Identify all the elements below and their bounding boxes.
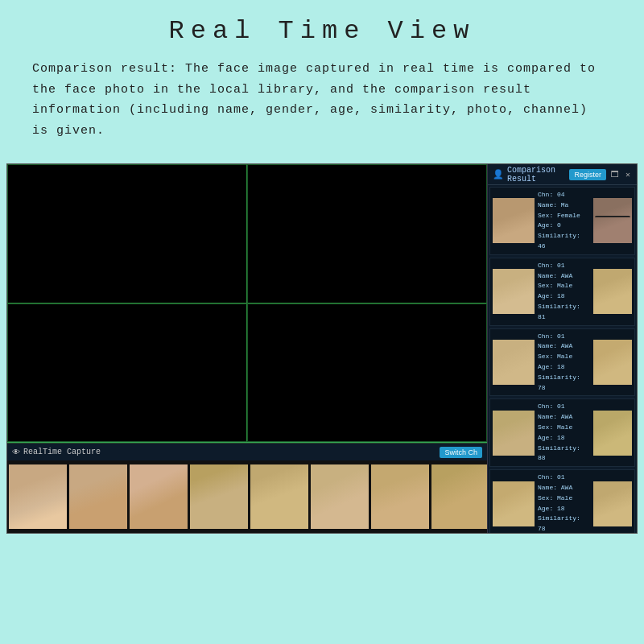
age-2: Age: 18 bbox=[538, 291, 590, 302]
person-icon: 👤 bbox=[493, 169, 504, 180]
thumbnail-strip bbox=[7, 460, 487, 533]
comparison-item[interactable]: Chn: 01 Name: AWA Sex: Male Age: 18 Simi… bbox=[489, 398, 635, 467]
name-2: Name: AWA bbox=[538, 271, 590, 282]
library-photo-5 bbox=[593, 481, 632, 526]
similarity-4: Similarity: 88 bbox=[538, 444, 590, 464]
sex-3: Sex: Male bbox=[538, 352, 590, 362]
sex-5: Sex: Male bbox=[538, 493, 590, 504]
list-item[interactable] bbox=[431, 464, 487, 529]
list-item[interactable] bbox=[9, 464, 67, 529]
realtime-capture-text: RealTime Capture bbox=[23, 448, 101, 456]
name-4: Name: AWA bbox=[538, 412, 590, 423]
list-item[interactable] bbox=[190, 464, 248, 529]
comparison-item[interactable]: Chn: 01 Name: AWA Sex: Male Age: 18 Simi… bbox=[489, 258, 635, 326]
library-photo-3 bbox=[593, 340, 632, 385]
register-button[interactable]: Register bbox=[569, 169, 606, 180]
captured-face-5 bbox=[493, 481, 535, 526]
library-photo-2 bbox=[593, 269, 632, 314]
list-item[interactable] bbox=[250, 464, 308, 529]
similarity-3: Similarity: 78 bbox=[538, 373, 590, 394]
chn-5: Chn: 01 bbox=[538, 473, 590, 483]
name-5: Name: AWA bbox=[538, 483, 590, 493]
captured-face-3 bbox=[493, 340, 535, 385]
similarity-5: Similarity: 78 bbox=[538, 514, 590, 533]
comp-info-1: Chn: 04 Name: Ma Sex: Female Age: 0 Simi… bbox=[535, 190, 593, 252]
sex-4: Sex: Male bbox=[538, 423, 590, 433]
comparison-title: 👤 Comparison Result bbox=[493, 166, 569, 184]
comp-info-2: Chn: 01 Name: AWA Sex: Male Age: 18 Simi… bbox=[535, 261, 593, 323]
age-4: Age: 18 bbox=[538, 433, 590, 444]
comparison-panel: 👤 Comparison Result Register 🗖 ✕ Chn: 04 bbox=[487, 164, 637, 533]
realtime-bar: 👁 RealTime Capture Switch Ch bbox=[7, 443, 487, 460]
sex-2: Sex: Male bbox=[538, 281, 590, 291]
video-grid bbox=[7, 164, 487, 443]
list-item[interactable] bbox=[311, 464, 369, 529]
page-description: Comparison result: The face image captur… bbox=[32, 59, 612, 141]
header-actions: Register 🗖 ✕ bbox=[569, 169, 632, 180]
name-1: Name: Ma bbox=[538, 200, 590, 211]
header-section: Real Time View Comparison result: The fa… bbox=[0, 0, 644, 149]
library-photo-1 bbox=[593, 198, 632, 243]
switch-channel-button[interactable]: Switch Ch bbox=[440, 447, 482, 458]
library-photo-4 bbox=[593, 411, 632, 456]
captured-face-1 bbox=[493, 198, 535, 243]
list-item[interactable] bbox=[69, 464, 127, 529]
age-5: Age: 18 bbox=[538, 504, 590, 514]
comp-info-3: Chn: 01 Name: AWA Sex: Male Age: 18 Simi… bbox=[535, 332, 593, 394]
comp-info-5: Chn: 01 Name: AWA Sex: Male Age: 18 Simi… bbox=[535, 473, 593, 533]
chn-1: Chn: 04 bbox=[538, 190, 590, 200]
video-cell-top-right bbox=[247, 164, 487, 303]
sex-1: Sex: Female bbox=[538, 211, 590, 221]
similarity-2: Similarity: 81 bbox=[538, 302, 590, 323]
chn-2: Chn: 01 bbox=[538, 261, 590, 271]
camera-icon: 👁 bbox=[12, 448, 20, 457]
close-icon[interactable]: ✕ bbox=[624, 170, 632, 180]
realtime-label: 👁 RealTime Capture bbox=[12, 448, 101, 457]
age-1: Age: 0 bbox=[538, 221, 590, 231]
list-item[interactable] bbox=[130, 464, 188, 529]
app-container: 👁 RealTime Capture Switch Ch � bbox=[6, 163, 638, 534]
comparison-title-text: Comparison Result bbox=[507, 166, 569, 184]
comparison-item[interactable]: Chn: 04 Name: Ma Sex: Female Age: 0 Simi… bbox=[489, 187, 635, 255]
chn-3: Chn: 01 bbox=[538, 332, 590, 342]
video-section: 👁 RealTime Capture Switch Ch bbox=[7, 164, 487, 533]
comparison-list: Chn: 04 Name: Ma Sex: Female Age: 0 Simi… bbox=[488, 185, 637, 533]
list-item[interactable] bbox=[371, 464, 429, 529]
video-cell-bottom-left bbox=[7, 303, 247, 443]
app-main: 👁 RealTime Capture Switch Ch � bbox=[7, 164, 637, 533]
page-title: Real Time View bbox=[32, 16, 612, 46]
video-cell-top-left bbox=[7, 164, 247, 303]
comparison-item[interactable]: Chn: 01 Name: AWA Sex: Male Age: 18 Simi… bbox=[489, 469, 635, 533]
age-3: Age: 18 bbox=[538, 362, 590, 373]
chn-4: Chn: 01 bbox=[538, 402, 590, 412]
minimize-icon[interactable]: 🗖 bbox=[609, 170, 621, 180]
name-3: Name: AWA bbox=[538, 341, 590, 352]
similarity-1: Similarity: 46 bbox=[538, 231, 590, 252]
captured-face-2 bbox=[493, 269, 535, 314]
video-cell-bottom-right bbox=[247, 303, 487, 443]
comp-info-4: Chn: 01 Name: AWA Sex: Male Age: 18 Simi… bbox=[535, 402, 593, 464]
captured-face-4 bbox=[493, 411, 535, 456]
comparison-header: 👤 Comparison Result Register 🗖 ✕ bbox=[488, 164, 637, 185]
comparison-item[interactable]: Chn: 01 Name: AWA Sex: Male Age: 18 Simi… bbox=[489, 328, 635, 397]
